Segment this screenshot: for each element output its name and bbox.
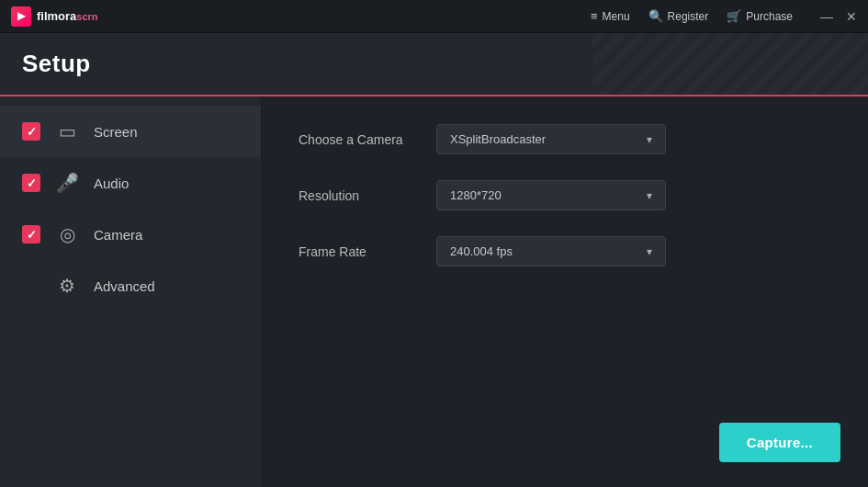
purchase-button[interactable]: 🛒 Purchase <box>727 9 793 23</box>
logo-text: filmorascrn <box>37 9 98 23</box>
camera-row: Choose a Camera XSplitBroadcaster ▾ <box>299 124 831 154</box>
check-icon: ✓ <box>27 228 37 242</box>
framerate-dropdown-arrow: ▾ <box>647 245 652 258</box>
resolution-field-label: Resolution <box>299 188 418 203</box>
framerate-row: Frame Rate 240.004 fps ▾ <box>299 236 831 266</box>
titlebar-right: ≡ Menu 🔍 Register 🛒 Purchase — ✕ <box>591 9 857 24</box>
camera-dropdown-arrow: ▾ <box>647 133 652 146</box>
close-button[interactable]: ✕ <box>846 9 857 24</box>
resolution-row: Resolution 1280*720 ▾ <box>299 180 831 210</box>
check-icon: ✓ <box>27 176 37 190</box>
screen-icon: ▭ <box>55 120 79 142</box>
logo-primary: filmora <box>37 9 76 23</box>
titlebar: ▶ filmorascrn ≡ Menu 🔍 Register 🛒 Purcha… <box>0 0 868 33</box>
camera-field-label: Choose a Camera <box>299 132 418 147</box>
advanced-label: Advanced <box>94 278 155 294</box>
titlebar-left: ▶ filmorascrn <box>11 6 98 27</box>
purchase-label: Purchase <box>746 10 793 23</box>
register-icon: 🔍 <box>648 9 663 23</box>
camera-label: Camera <box>94 227 142 243</box>
minimize-button[interactable]: — <box>820 9 833 24</box>
page-title: Setup <box>22 50 91 77</box>
main-layout: ✓ ▭ Screen ✓ 🎤 Audio ✓ ◎ Camera ⚙ Advanc… <box>0 96 868 487</box>
menu-label: Menu <box>603 10 630 23</box>
resolution-select-value: 1280*720 <box>450 188 502 202</box>
sidebar-item-audio[interactable]: ✓ 🎤 Audio <box>0 157 261 209</box>
screen-checkbox[interactable]: ✓ <box>22 122 40 141</box>
window-controls: — ✕ <box>820 9 857 24</box>
sidebar-item-camera[interactable]: ✓ ◎ Camera <box>0 209 261 260</box>
camera-select-value: XSplitBroadcaster <box>450 132 546 146</box>
framerate-field-label: Frame Rate <box>299 244 418 259</box>
resolution-dropdown-arrow: ▾ <box>647 189 652 202</box>
logo-secondary: scrn <box>76 11 97 22</box>
cart-icon: 🛒 <box>727 9 741 23</box>
screen-label: Screen <box>94 124 138 140</box>
check-icon: ✓ <box>27 125 37 139</box>
resolution-select[interactable]: 1280*720 ▾ <box>436 180 666 210</box>
header: Setup <box>0 33 868 96</box>
menu-button[interactable]: ≡ Menu <box>591 9 630 23</box>
framerate-select-value: 240.004 fps <box>450 244 513 258</box>
menu-icon: ≡ <box>591 9 598 23</box>
framerate-select[interactable]: 240.004 fps ▾ <box>436 236 666 266</box>
capture-button[interactable]: Capture... <box>719 423 840 462</box>
sidebar-item-screen[interactable]: ✓ ▭ Screen <box>0 106 261 157</box>
register-button[interactable]: 🔍 Register <box>648 9 709 23</box>
advanced-icon: ⚙ <box>55 275 79 297</box>
camera-icon: ◎ <box>55 223 79 245</box>
content-area: Choose a Camera XSplitBroadcaster ▾ Reso… <box>262 96 868 487</box>
sidebar: ✓ ▭ Screen ✓ 🎤 Audio ✓ ◎ Camera ⚙ Advanc… <box>0 96 262 487</box>
camera-select[interactable]: XSplitBroadcaster ▾ <box>436 124 666 154</box>
audio-checkbox[interactable]: ✓ <box>22 174 40 192</box>
sidebar-item-advanced[interactable]: ⚙ Advanced <box>0 260 261 311</box>
camera-checkbox[interactable]: ✓ <box>22 225 40 244</box>
logo-icon: ▶ <box>11 6 31 27</box>
register-label: Register <box>668 10 709 23</box>
audio-icon: 🎤 <box>55 172 79 194</box>
audio-label: Audio <box>94 176 129 191</box>
